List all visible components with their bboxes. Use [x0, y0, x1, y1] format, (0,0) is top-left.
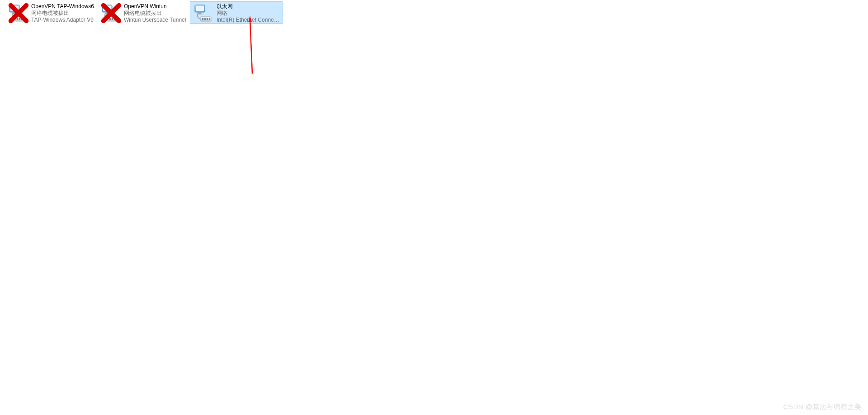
svg-rect-29: [207, 18, 208, 20]
network-adapter-item[interactable]: OpenVPN TAP-Windows6网络电缆被拔出TAP-Windows A…: [5, 1, 97, 24]
adapter-status: 网络: [217, 10, 280, 17]
adapter-text-block: OpenVPN Wintun网络电缆被拔出Wintun Userspace Tu…: [124, 3, 188, 23]
svg-rect-28: [204, 18, 206, 20]
watermark-text: CSDN @算法与编程之美: [783, 403, 862, 411]
adapter-text-block: 以太网网络Intel(R) Ethernet Connection I2...: [217, 3, 280, 23]
adapter-device: TAP-Windows Adapter V9: [31, 17, 95, 23]
svg-rect-23: [196, 6, 204, 11]
adapter-name: OpenVPN TAP-Windows6: [31, 3, 95, 10]
adapter-name: 以太网: [217, 3, 280, 10]
network-adapter-item[interactable]: OpenVPN Wintun网络电缆被拔出Wintun Userspace Tu…: [97, 1, 190, 24]
adapter-device: Wintun Userspace Tunnel: [124, 17, 188, 23]
network-adapter-icon: [192, 3, 214, 25]
network-adapter-item[interactable]: 以太网网络Intel(R) Ethernet Connection I2...: [190, 1, 283, 24]
adapter-name: OpenVPN Wintun: [124, 3, 188, 10]
svg-rect-27: [202, 18, 203, 20]
adapter-text-block: OpenVPN TAP-Windows6网络电缆被拔出TAP-Windows A…: [31, 3, 95, 23]
adapter-device: Intel(R) Ethernet Connection I2...: [217, 17, 280, 23]
adapter-status: 网络电缆被拔出: [124, 10, 188, 17]
svg-line-32: [250, 19, 252, 74]
svg-rect-30: [209, 18, 210, 20]
network-adapter-icon: [7, 3, 28, 25]
network-adapter-icon: [99, 3, 121, 25]
adapter-status: 网络电缆被拔出: [31, 10, 95, 17]
network-adapters-list: OpenVPN TAP-Windows6网络电缆被拔出TAP-Windows A…: [0, 0, 868, 25]
